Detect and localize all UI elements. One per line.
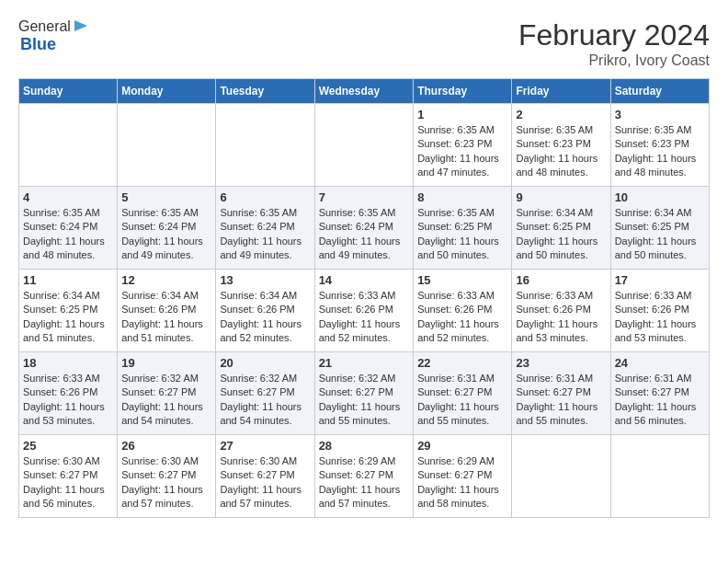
day-number: 22: [417, 356, 507, 370]
day-number: 6: [220, 190, 310, 204]
day-number: 20: [220, 356, 310, 370]
week-row: 25Sunrise: 6:30 AM Sunset: 6:27 PM Dayli…: [19, 435, 710, 518]
day-info: Sunrise: 6:35 AM Sunset: 6:24 PM Dayligh…: [220, 206, 310, 263]
day-number: 4: [23, 190, 113, 204]
day-number: 8: [417, 190, 507, 204]
day-info: Sunrise: 6:35 AM Sunset: 6:24 PM Dayligh…: [23, 206, 113, 263]
day-number: 3: [615, 108, 705, 121]
day-info: Sunrise: 6:31 AM Sunset: 6:27 PM Dayligh…: [615, 372, 705, 429]
calendar-cell: 1Sunrise: 6:35 AM Sunset: 6:23 PM Daylig…: [414, 104, 512, 187]
day-number: 26: [121, 439, 211, 453]
logo: General Blue: [18, 18, 89, 54]
day-number: 24: [615, 356, 705, 370]
day-info: Sunrise: 6:32 AM Sunset: 6:27 PM Dayligh…: [319, 372, 410, 429]
day-info: Sunrise: 6:30 AM Sunset: 6:27 PM Dayligh…: [23, 454, 113, 511]
day-number: 12: [121, 273, 211, 287]
day-number: 28: [319, 439, 410, 453]
calendar-cell: 2Sunrise: 6:35 AM Sunset: 6:23 PM Daylig…: [512, 104, 610, 187]
day-info: Sunrise: 6:33 AM Sunset: 6:26 PM Dayligh…: [417, 289, 507, 346]
page-subtitle: Prikro, Ivory Coast: [518, 52, 710, 69]
calendar-cell: [19, 104, 118, 187]
day-info: Sunrise: 6:33 AM Sunset: 6:26 PM Dayligh…: [615, 289, 705, 346]
day-info: Sunrise: 6:31 AM Sunset: 6:27 PM Dayligh…: [417, 372, 507, 429]
day-info: Sunrise: 6:34 AM Sunset: 6:25 PM Dayligh…: [23, 289, 113, 346]
calendar-cell: 25Sunrise: 6:30 AM Sunset: 6:27 PM Dayli…: [19, 435, 118, 518]
day-number: 29: [417, 439, 507, 453]
day-number: 23: [516, 356, 606, 370]
calendar-cell: 18Sunrise: 6:33 AM Sunset: 6:26 PM Dayli…: [19, 352, 118, 435]
page-title: February 2024: [518, 18, 710, 52]
day-number: 16: [516, 273, 606, 287]
calendar-cell: 10Sunrise: 6:34 AM Sunset: 6:25 PM Dayli…: [610, 187, 709, 270]
day-info: Sunrise: 6:34 AM Sunset: 6:26 PM Dayligh…: [220, 289, 310, 346]
day-number: 21: [319, 356, 410, 370]
day-info: Sunrise: 6:34 AM Sunset: 6:26 PM Dayligh…: [121, 289, 211, 346]
day-info: Sunrise: 6:35 AM Sunset: 6:24 PM Dayligh…: [319, 206, 410, 263]
day-info: Sunrise: 6:35 AM Sunset: 6:23 PM Dayligh…: [516, 123, 606, 180]
day-info: Sunrise: 6:35 AM Sunset: 6:24 PM Dayligh…: [121, 206, 211, 263]
day-number: 27: [220, 439, 310, 453]
calendar-cell: 13Sunrise: 6:34 AM Sunset: 6:26 PM Dayli…: [216, 270, 314, 352]
day-info: Sunrise: 6:35 AM Sunset: 6:23 PM Dayligh…: [615, 123, 705, 180]
week-row: 18Sunrise: 6:33 AM Sunset: 6:26 PM Dayli…: [19, 352, 710, 435]
calendar-cell: 14Sunrise: 6:33 AM Sunset: 6:26 PM Dayli…: [314, 270, 414, 352]
calendar-cell: 5Sunrise: 6:35 AM Sunset: 6:24 PM Daylig…: [118, 187, 216, 270]
day-info: Sunrise: 6:29 AM Sunset: 6:27 PM Dayligh…: [417, 454, 507, 511]
day-number: 2: [516, 108, 606, 121]
week-row: 1Sunrise: 6:35 AM Sunset: 6:23 PM Daylig…: [19, 104, 710, 187]
logo-general: General: [18, 18, 71, 35]
calendar-cell: [314, 104, 414, 187]
calendar-cell: 21Sunrise: 6:32 AM Sunset: 6:27 PM Dayli…: [314, 352, 414, 435]
col-header-saturday: Saturday: [610, 79, 709, 104]
day-info: Sunrise: 6:30 AM Sunset: 6:27 PM Dayligh…: [121, 454, 211, 511]
day-number: 7: [319, 190, 410, 204]
calendar-cell: 3Sunrise: 6:35 AM Sunset: 6:23 PM Daylig…: [610, 104, 709, 187]
day-info: Sunrise: 6:30 AM Sunset: 6:27 PM Dayligh…: [220, 454, 310, 511]
day-info: Sunrise: 6:35 AM Sunset: 6:25 PM Dayligh…: [417, 206, 507, 263]
calendar-cell: 11Sunrise: 6:34 AM Sunset: 6:25 PM Dayli…: [19, 270, 118, 352]
week-row: 11Sunrise: 6:34 AM Sunset: 6:25 PM Dayli…: [19, 270, 710, 352]
day-number: 19: [121, 356, 211, 370]
calendar-cell: [512, 435, 610, 518]
calendar-cell: 12Sunrise: 6:34 AM Sunset: 6:26 PM Dayli…: [118, 270, 216, 352]
calendar-cell: [610, 435, 709, 518]
day-info: Sunrise: 6:32 AM Sunset: 6:27 PM Dayligh…: [121, 372, 211, 429]
day-number: 1: [417, 108, 507, 121]
calendar-cell: 26Sunrise: 6:30 AM Sunset: 6:27 PM Dayli…: [118, 435, 216, 518]
day-info: Sunrise: 6:35 AM Sunset: 6:23 PM Dayligh…: [417, 123, 507, 180]
calendar-cell: 16Sunrise: 6:33 AM Sunset: 6:26 PM Dayli…: [512, 270, 610, 352]
day-number: 15: [417, 273, 507, 287]
day-number: 9: [516, 190, 606, 204]
day-info: Sunrise: 6:33 AM Sunset: 6:26 PM Dayligh…: [516, 289, 606, 346]
day-number: 5: [121, 190, 211, 204]
calendar-cell: 8Sunrise: 6:35 AM Sunset: 6:25 PM Daylig…: [414, 187, 512, 270]
day-number: 10: [615, 190, 705, 204]
col-header-thursday: Thursday: [414, 79, 512, 104]
logo-blue: Blue: [20, 35, 89, 54]
calendar-cell: 24Sunrise: 6:31 AM Sunset: 6:27 PM Dayli…: [610, 352, 709, 435]
svg-marker-0: [74, 20, 87, 31]
calendar-cell: 20Sunrise: 6:32 AM Sunset: 6:27 PM Dayli…: [216, 352, 314, 435]
logo-flag-icon: [73, 18, 89, 35]
calendar-cell: 7Sunrise: 6:35 AM Sunset: 6:24 PM Daylig…: [314, 187, 414, 270]
day-info: Sunrise: 6:33 AM Sunset: 6:26 PM Dayligh…: [319, 289, 410, 346]
day-number: 25: [23, 439, 113, 453]
calendar-table: SundayMondayTuesdayWednesdayThursdayFrid…: [18, 78, 710, 518]
calendar-cell: 22Sunrise: 6:31 AM Sunset: 6:27 PM Dayli…: [414, 352, 512, 435]
day-number: 11: [23, 273, 113, 287]
day-info: Sunrise: 6:29 AM Sunset: 6:27 PM Dayligh…: [319, 454, 410, 511]
day-info: Sunrise: 6:34 AM Sunset: 6:25 PM Dayligh…: [615, 206, 705, 263]
calendar-cell: 17Sunrise: 6:33 AM Sunset: 6:26 PM Dayli…: [610, 270, 709, 352]
calendar-cell: 29Sunrise: 6:29 AM Sunset: 6:27 PM Dayli…: [414, 435, 512, 518]
calendar-cell: 4Sunrise: 6:35 AM Sunset: 6:24 PM Daylig…: [19, 187, 118, 270]
col-header-friday: Friday: [512, 79, 610, 104]
calendar-cell: 27Sunrise: 6:30 AM Sunset: 6:27 PM Dayli…: [216, 435, 314, 518]
col-header-wednesday: Wednesday: [314, 79, 414, 104]
week-row: 4Sunrise: 6:35 AM Sunset: 6:24 PM Daylig…: [19, 187, 710, 270]
calendar-cell: [216, 104, 314, 187]
calendar-cell: 6Sunrise: 6:35 AM Sunset: 6:24 PM Daylig…: [216, 187, 314, 270]
calendar-cell: [118, 104, 216, 187]
calendar-cell: 15Sunrise: 6:33 AM Sunset: 6:26 PM Dayli…: [414, 270, 512, 352]
day-number: 17: [615, 273, 705, 287]
calendar-cell: 23Sunrise: 6:31 AM Sunset: 6:27 PM Dayli…: [512, 352, 610, 435]
